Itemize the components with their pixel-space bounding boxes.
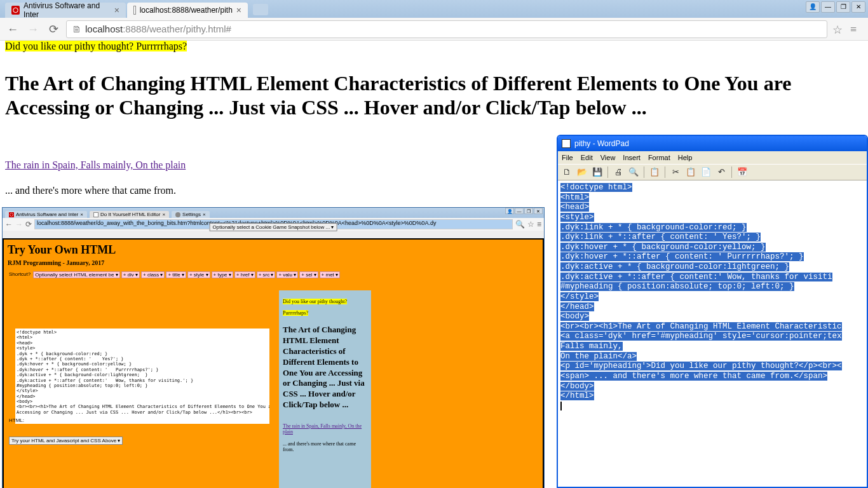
search-icon[interactable]: 🔍 bbox=[515, 220, 525, 229]
preview-link[interactable]: The rain in Spain, Falls mainly, On the … bbox=[283, 423, 367, 435]
reload-button[interactable]: ⟳ bbox=[25, 220, 32, 229]
open-icon[interactable]: 📂 bbox=[576, 166, 588, 179]
separator bbox=[607, 166, 608, 178]
url-bar[interactable]: 🗎 localhost:8888/weather/pithy.html# bbox=[66, 20, 827, 38]
find-icon[interactable]: 📋 bbox=[648, 166, 661, 179]
wordpad-titlebar[interactable]: pithy - WordPad bbox=[558, 136, 867, 151]
undo-icon[interactable]: ↶ bbox=[715, 166, 728, 179]
wordpad-window: pithy - WordPad File Edit View Insert Fo… bbox=[557, 135, 868, 488]
opt-src[interactable]: + src ▾ bbox=[257, 271, 276, 278]
menu-file[interactable]: File bbox=[562, 154, 573, 161]
browser-chrome: Antivirus Software and Inter × localhost… bbox=[0, 0, 868, 41]
opt-select[interactable]: Optionally select HTML element be ▾ bbox=[33, 271, 119, 278]
menu-insert[interactable]: Insert bbox=[623, 154, 641, 161]
rain-link[interactable]: The rain in Spain, Falls mainly, On the … bbox=[5, 159, 186, 171]
bookmark-icon[interactable]: ☆ bbox=[527, 220, 534, 229]
opt-type[interactable]: + type ▾ bbox=[212, 271, 233, 278]
minimize-button[interactable]: — bbox=[515, 208, 524, 214]
close-icon[interactable]: × bbox=[203, 212, 206, 217]
nested-browser-window: Antivirus Software and Inter× Do It Your… bbox=[2, 207, 545, 488]
tab-antivirus[interactable]: Antivirus Software and Inter × bbox=[5, 3, 126, 18]
mcafee-icon bbox=[11, 6, 20, 15]
wordpad-toolbar: 🗋 📂 💾 🖨 🔍 📋 ✂ 📋 📄 ↶ 📅 bbox=[558, 164, 867, 180]
separator bbox=[731, 166, 732, 178]
nested-tab-antivirus[interactable]: Antivirus Software and Inter× bbox=[5, 211, 87, 218]
print-icon[interactable]: 🖨 bbox=[612, 166, 625, 179]
minimize-button[interactable]: — bbox=[821, 1, 835, 13]
snapshot-bar-row: Optionally select a Cookie Game Snapshot… bbox=[3, 231, 544, 238]
separator bbox=[644, 166, 644, 178]
copy-icon[interactable]: 📋 bbox=[684, 166, 697, 179]
opt-valu[interactable]: + valu ▾ bbox=[276, 271, 298, 278]
opt-title[interactable]: + title ▾ bbox=[166, 271, 186, 278]
opt-sel[interactable]: + sel ▾ bbox=[299, 271, 318, 278]
close-icon[interactable]: × bbox=[80, 212, 83, 217]
shortcut-label: Shortcut? bbox=[8, 271, 32, 278]
try-title: Try Your Own HTML bbox=[8, 243, 539, 257]
file-icon bbox=[133, 6, 136, 15]
cut-icon[interactable]: ✂ bbox=[669, 166, 682, 179]
menu-icon[interactable]: ≡ bbox=[537, 220, 541, 229]
tab-strip: Antivirus Software and Inter × localhost… bbox=[0, 0, 868, 18]
html-textarea[interactable]: <!doctype html> <html> <head> <style> .d… bbox=[15, 329, 269, 424]
page-heading: The Art of Changing HTML Element Charact… bbox=[5, 71, 863, 120]
date-icon[interactable]: 📅 bbox=[736, 166, 749, 179]
close-icon[interactable]: × bbox=[114, 5, 119, 15]
forward-button[interactable]: → bbox=[15, 220, 23, 229]
nav-bar: ← → ⟳ 🗎 localhost:8888/weather/pithy.htm… bbox=[0, 18, 868, 41]
opt-href[interactable]: + href ▾ bbox=[234, 271, 255, 278]
opt-div[interactable]: + div ▾ bbox=[121, 271, 140, 278]
save-icon[interactable]: 💾 bbox=[591, 166, 604, 179]
menu-icon[interactable]: ≡ bbox=[850, 23, 863, 36]
gear-icon bbox=[175, 212, 180, 217]
preview-heading: The Art of Changing HTML Element Charact… bbox=[283, 325, 367, 410]
preview-pane: Did you like our pithy thought? Purrrrrh… bbox=[279, 290, 371, 488]
snapshot-select[interactable]: Optionally select a Cookie Game Snapshot… bbox=[210, 223, 337, 231]
nested-tab-strip: Antivirus Software and Inter× Do It Your… bbox=[3, 208, 544, 218]
separator bbox=[665, 166, 665, 178]
window-controls: 👤 — ❐ ✕ bbox=[806, 1, 865, 13]
close-icon[interactable]: × bbox=[162, 212, 165, 217]
close-icon[interactable]: × bbox=[236, 5, 241, 15]
close-button[interactable]: ✕ bbox=[851, 1, 865, 13]
preview-pithy: Did you like our pithy thought? Purrrrrh… bbox=[283, 299, 347, 316]
paste-icon[interactable]: 📄 bbox=[700, 166, 712, 179]
maximize-button[interactable]: ❐ bbox=[524, 208, 533, 214]
user-icon[interactable]: 👤 bbox=[806, 1, 820, 13]
opt-class[interactable]: + class ▾ bbox=[141, 271, 165, 278]
close-button[interactable]: ✕ bbox=[534, 208, 543, 214]
new-icon[interactable]: 🗋 bbox=[560, 166, 573, 179]
nested-tab-editor[interactable]: Do It Yourself HTML Editor× bbox=[90, 211, 169, 218]
wordpad-menubar: File Edit View Insert Format Help bbox=[558, 151, 867, 164]
pithy-banner: Did you like our pithy thought? Purrrrrh… bbox=[5, 41, 187, 51]
preview-icon[interactable]: 🔍 bbox=[627, 166, 640, 179]
wordpad-editor[interactable]: <!doctype html><html><head><style>.dyk:l… bbox=[558, 180, 867, 414]
preview-more: ... and there's more where that came fro… bbox=[283, 441, 367, 452]
file-icon: 🗎 bbox=[72, 24, 81, 34]
forward-button[interactable]: → bbox=[25, 22, 41, 37]
tab-label: Antivirus Software and Inter bbox=[24, 1, 111, 19]
back-button[interactable]: ← bbox=[5, 220, 13, 229]
mcafee-icon bbox=[9, 212, 14, 217]
tab-label: localhost:8888/weather/pith bbox=[140, 6, 233, 15]
opt-style[interactable]: + style ▾ bbox=[187, 271, 210, 278]
user-icon[interactable]: 👤 bbox=[505, 208, 514, 214]
wordpad-icon bbox=[562, 139, 571, 148]
maximize-button[interactable]: ❐ bbox=[836, 1, 850, 13]
back-button[interactable]: ← bbox=[5, 22, 20, 37]
try-button[interactable]: Try your HTML and Javascript and CSS Abo… bbox=[9, 437, 123, 445]
html-label: HTML: bbox=[9, 417, 24, 423]
tab-pithy[interactable]: localhost:8888/weather/pith × bbox=[127, 3, 248, 18]
menu-view[interactable]: View bbox=[600, 154, 616, 161]
bookmark-icon[interactable]: ☆ bbox=[832, 23, 845, 36]
menu-format[interactable]: Format bbox=[648, 154, 670, 161]
new-tab-button[interactable] bbox=[253, 4, 268, 15]
opt-met[interactable]: + met ▾ bbox=[320, 271, 340, 278]
menu-edit[interactable]: Edit bbox=[581, 154, 593, 161]
try-controls: Shortcut? Optionally select HTML element… bbox=[8, 271, 539, 278]
nested-tab-settings[interactable]: Settings× bbox=[172, 211, 210, 218]
reload-button[interactable]: ⟳ bbox=[46, 22, 61, 37]
menu-help[interactable]: Help bbox=[678, 154, 693, 161]
wordpad-title: pithy - WordPad bbox=[574, 139, 629, 148]
url-path: :8888/weather/pithy.html# bbox=[123, 24, 231, 34]
